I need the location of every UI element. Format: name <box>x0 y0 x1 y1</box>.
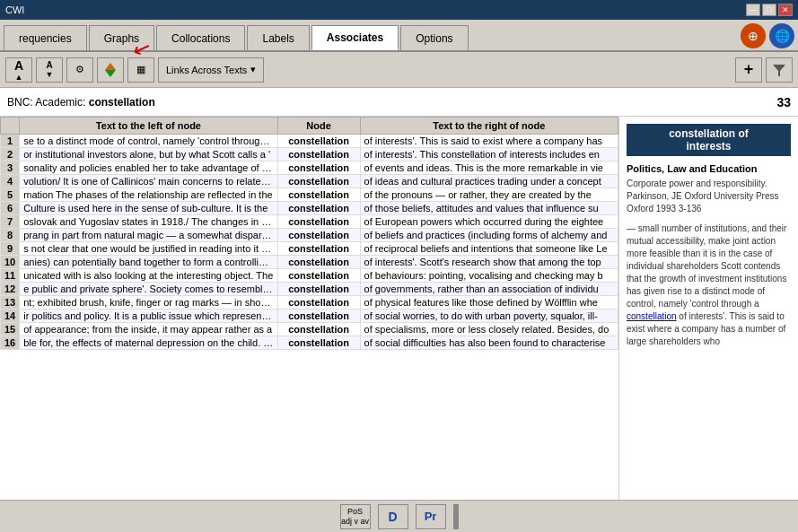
cell-node: constellation <box>277 161 360 175</box>
table-row[interactable]: 4volution/ It is one of Callinicos' main… <box>1 175 618 188</box>
cell-right: of interests'. This is said to exist whe… <box>360 135 618 148</box>
globe-icon[interactable]: 🌐 <box>769 23 794 48</box>
cell-node: constellation <box>277 256 360 269</box>
d-label: D <box>388 510 397 524</box>
close-button[interactable]: ✕ <box>778 4 793 16</box>
tab-icons: ⊕ 🌐 <box>741 23 794 50</box>
table-row[interactable]: 1se to a distinct mode of control, namel… <box>1 135 618 148</box>
row-number: 3 <box>1 161 20 175</box>
settings-button[interactable]: ⚙ <box>66 57 93 83</box>
tab-graphs[interactable]: Graphs <box>89 25 154 50</box>
d-button[interactable]: D <box>378 504 408 529</box>
row-number: 1 <box>1 135 20 148</box>
side-panel-title: constellation ofinterests <box>627 124 791 156</box>
row-number: 14 <box>1 310 20 323</box>
sort-button[interactable] <box>97 57 124 83</box>
tab-collocations[interactable]: Collocations <box>156 25 245 50</box>
table-row[interactable]: 7oslovak and Yugoslav states in 1918./ T… <box>1 215 618 229</box>
table-row[interactable]: 5mation The phases of the relationship a… <box>1 188 618 202</box>
tab-bar: requencies Graphs Collocations Labels As… <box>0 20 798 52</box>
cell-right: of social worries, to do with urban pove… <box>360 310 618 323</box>
cell-right: of beliefs and practices (including form… <box>360 229 618 242</box>
font-up-sub: ▲ <box>15 73 23 82</box>
tab-labels[interactable]: Labels <box>247 25 309 50</box>
font-down-label: A <box>46 60 52 70</box>
cell-right: of reciprocal beliefs and intentions tha… <box>360 242 618 256</box>
app-title: CWI <box>5 4 24 15</box>
pos-label: PoSadj v av <box>341 507 369 527</box>
col-header-num <box>1 118 20 135</box>
row-number: 2 <box>1 148 20 161</box>
cell-node: constellation <box>277 175 360 188</box>
table-row[interactable]: 11unicated with is also looking at the i… <box>1 269 618 283</box>
help-icon[interactable]: ⊕ <box>741 23 766 48</box>
filter-icon <box>771 62 787 78</box>
pr-label: Pr <box>425 510 437 523</box>
row-number: 16 <box>1 336 20 350</box>
table-container: Text to the left of node Node Text to th… <box>0 117 618 500</box>
cell-right: of European powers which occurred during… <box>360 215 618 229</box>
cell-right: of those beliefs, attitudes and values t… <box>360 202 618 215</box>
add-button[interactable]: + <box>735 57 762 83</box>
links-across-texts-button[interactable]: Links Across Texts ▾ <box>158 57 264 83</box>
minimize-button[interactable]: ─ <box>746 4 760 16</box>
cell-node: constellation <box>277 135 360 148</box>
group-button[interactable]: ▦ <box>127 57 154 83</box>
cell-node: constellation <box>277 336 360 350</box>
maximize-button[interactable]: □ <box>762 4 776 16</box>
cell-right: of behaviours: pointing, vocalising and … <box>360 269 618 283</box>
cell-right: of specialisms, more or less closely rel… <box>360 323 618 336</box>
cell-left: ble for, the effects of maternal depress… <box>20 336 277 350</box>
col-header-left: Text to the left of node <box>20 118 277 135</box>
cell-left: or institutional investors alone, but by… <box>20 148 277 161</box>
cell-right: of interests'. Scott's research show tha… <box>360 256 618 269</box>
table-row[interactable]: 12e public and private sphere'. Society … <box>1 283 618 296</box>
font-down-sub: ▼ <box>46 70 54 79</box>
font-increase-button[interactable]: A ▲ <box>5 57 32 83</box>
table-row[interactable]: 9s not clear that one would be justified… <box>1 242 618 256</box>
cell-node: constellation <box>277 310 360 323</box>
tab-options[interactable]: Options <box>400 25 468 50</box>
table-row[interactable]: 14ir politics and policy. It is a public… <box>1 310 618 323</box>
table-row[interactable]: 3sonality and policies enabled her to ta… <box>1 161 618 175</box>
cell-left: oslovak and Yugoslav states in 1918./ Th… <box>20 215 277 229</box>
cell-right: of ideas and cultural practices trading … <box>360 175 618 188</box>
cell-node: constellation <box>277 269 360 283</box>
row-number: 13 <box>1 296 20 310</box>
separator <box>453 504 459 529</box>
row-number: 7 <box>1 215 20 229</box>
breadcrumb-bar: BNC: Academic: constellation 33 <box>0 88 798 117</box>
cell-left: unicated with is also looking at the int… <box>20 269 277 283</box>
table-row[interactable]: 13nt; exhibited brush, knife, finger or … <box>1 296 618 310</box>
cell-left: prang in part from natural magic — a som… <box>20 229 277 242</box>
tab-associates[interactable]: Associates <box>311 25 399 50</box>
cell-right: of physical features like those defined … <box>360 296 618 310</box>
cell-node: constellation <box>277 242 360 256</box>
concordance-table: Text to the left of node Node Text to th… <box>0 117 618 350</box>
cell-left: s not clear that one would be justified … <box>20 242 277 256</box>
cell-left: Culture is used here in the sense of sub… <box>20 202 277 215</box>
pos-button[interactable]: PoSadj v av <box>340 504 371 529</box>
result-count: 33 <box>776 95 791 109</box>
cell-right: of interests'. This constellation of int… <box>360 148 618 161</box>
row-number: 15 <box>1 323 20 336</box>
title-bar: CWI ─ □ ✕ <box>0 0 798 20</box>
dropdown-arrow: ▾ <box>250 64 256 75</box>
table-row[interactable]: 16ble for, the effects of maternal depre… <box>1 336 618 350</box>
breadcrumb-term: constellation <box>89 96 155 109</box>
cell-left: ir politics and policy. It is a public i… <box>20 310 277 323</box>
pr-button[interactable]: Pr <box>416 504 446 529</box>
table-row[interactable]: 15of appearance; from the inside, it may… <box>1 323 618 336</box>
table-row[interactable]: 6Culture is used here in the sense of su… <box>1 202 618 215</box>
table-row[interactable]: 2or institutional investors alone, but b… <box>1 148 618 161</box>
table-row[interactable]: 8prang in part from natural magic — a so… <box>1 229 618 242</box>
cell-node: constellation <box>277 215 360 229</box>
tab-frequencies[interactable]: requencies <box>4 25 87 50</box>
font-up-label: A <box>14 58 23 73</box>
table-row[interactable]: 10anies) can potentially band together t… <box>1 256 618 269</box>
col-header-right: Text to the right of node <box>360 118 618 135</box>
font-decrease-button[interactable]: A ▼ <box>36 57 63 83</box>
cell-right: of social difficulties has also been fou… <box>360 336 618 350</box>
filter-button[interactable] <box>766 57 793 83</box>
cell-left: nt; exhibited brush, knife, finger or ra… <box>20 296 277 310</box>
